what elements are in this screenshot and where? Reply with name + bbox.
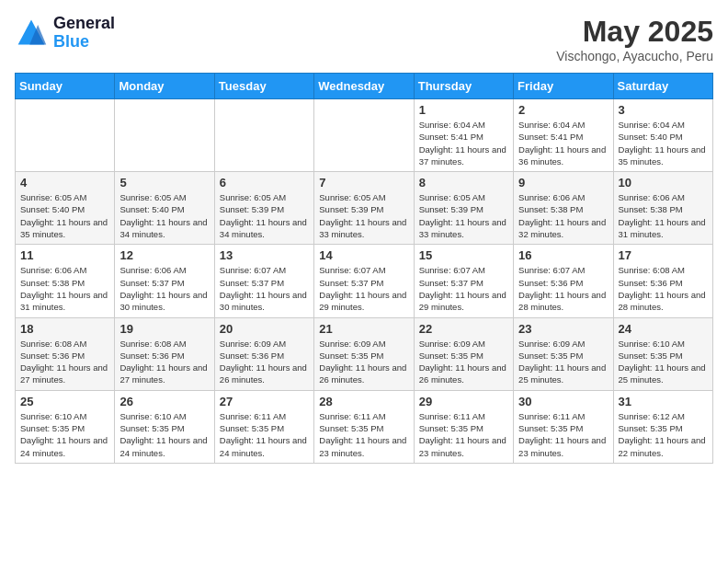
- calendar-cell: 11Sunrise: 6:06 AMSunset: 5:38 PMDayligh…: [16, 245, 115, 317]
- day-number: 7: [319, 176, 408, 190]
- calendar-week-row: 1Sunrise: 6:04 AMSunset: 5:41 PMDaylight…: [16, 99, 713, 172]
- day-number: 31: [619, 395, 708, 408]
- day-number: 3: [619, 103, 708, 117]
- day-info: Sunrise: 6:08 AMSunset: 5:36 PMDaylight:…: [119, 338, 209, 386]
- day-info: Sunrise: 6:04 AMSunset: 5:40 PMDaylight:…: [619, 119, 708, 167]
- calendar-header-friday: Friday: [514, 74, 613, 99]
- calendar-cell: 16Sunrise: 6:07 AMSunset: 5:36 PMDayligh…: [514, 245, 613, 317]
- day-number: 4: [20, 176, 109, 190]
- day-number: 25: [20, 395, 109, 408]
- calendar-cell: 19Sunrise: 6:08 AMSunset: 5:36 PMDayligh…: [115, 317, 214, 390]
- day-number: 6: [220, 176, 309, 190]
- calendar-cell: 28Sunrise: 6:11 AMSunset: 5:35 PMDayligh…: [314, 390, 414, 463]
- day-number: 17: [619, 248, 708, 262]
- day-info: Sunrise: 6:07 AMSunset: 5:37 PMDaylight:…: [319, 264, 408, 313]
- logo-icon: [15, 17, 48, 50]
- day-info: Sunrise: 6:09 AMSunset: 5:36 PMDaylight:…: [220, 338, 309, 386]
- calendar-cell: 29Sunrise: 6:11 AMSunset: 5:35 PMDayligh…: [414, 390, 513, 463]
- day-number: 11: [20, 248, 109, 262]
- day-info: Sunrise: 6:11 AMSunset: 5:35 PMDaylight:…: [419, 410, 508, 459]
- day-number: 8: [419, 176, 508, 190]
- calendar-cell: [115, 99, 214, 172]
- calendar-cell: 9Sunrise: 6:06 AMSunset: 5:38 PMDaylight…: [514, 172, 613, 245]
- calendar-cell: [16, 99, 115, 172]
- day-info: Sunrise: 6:06 AMSunset: 5:38 PMDaylight:…: [619, 191, 708, 240]
- day-number: 10: [619, 176, 708, 190]
- day-info: Sunrise: 6:08 AMSunset: 5:36 PMDaylight:…: [619, 264, 708, 313]
- day-number: 23: [518, 322, 608, 336]
- day-info: Sunrise: 6:05 AMSunset: 5:40 PMDaylight:…: [20, 191, 109, 240]
- calendar-cell: 15Sunrise: 6:07 AMSunset: 5:37 PMDayligh…: [414, 245, 513, 317]
- day-info: Sunrise: 6:09 AMSunset: 5:35 PMDaylight:…: [419, 338, 508, 386]
- day-number: 1: [419, 103, 508, 117]
- calendar-cell: 23Sunrise: 6:09 AMSunset: 5:35 PMDayligh…: [514, 317, 613, 390]
- calendar-header-thursday: Thursday: [414, 74, 513, 99]
- calendar-cell: 31Sunrise: 6:12 AMSunset: 5:35 PMDayligh…: [613, 390, 712, 463]
- day-info: Sunrise: 6:12 AMSunset: 5:35 PMDaylight:…: [619, 410, 708, 459]
- day-number: 16: [518, 248, 608, 262]
- calendar-cell: [214, 99, 313, 172]
- day-number: 5: [119, 176, 209, 190]
- calendar-cell: 25Sunrise: 6:10 AMSunset: 5:35 PMDayligh…: [16, 390, 115, 463]
- day-number: 13: [220, 248, 309, 262]
- day-info: Sunrise: 6:07 AMSunset: 5:37 PMDaylight:…: [220, 264, 309, 313]
- calendar-cell: 6Sunrise: 6:05 AMSunset: 5:39 PMDaylight…: [214, 172, 313, 245]
- day-info: Sunrise: 6:11 AMSunset: 5:35 PMDaylight:…: [220, 410, 309, 459]
- day-info: Sunrise: 6:11 AMSunset: 5:35 PMDaylight:…: [518, 410, 608, 459]
- page-header: GeneralBlue May 2025 Vischongo, Ayacucho…: [15, 15, 713, 63]
- calendar-cell: 13Sunrise: 6:07 AMSunset: 5:37 PMDayligh…: [214, 245, 313, 317]
- day-info: Sunrise: 6:05 AMSunset: 5:39 PMDaylight:…: [419, 191, 508, 240]
- day-info: Sunrise: 6:05 AMSunset: 5:39 PMDaylight:…: [220, 191, 309, 240]
- calendar-table: SundayMondayTuesdayWednesdayThursdayFrid…: [15, 73, 713, 464]
- calendar-cell: 24Sunrise: 6:10 AMSunset: 5:35 PMDayligh…: [613, 317, 712, 390]
- calendar-cell: 12Sunrise: 6:06 AMSunset: 5:37 PMDayligh…: [115, 245, 214, 317]
- day-number: 14: [319, 248, 408, 262]
- day-number: 21: [319, 322, 408, 336]
- title-block: May 2025 Vischongo, Ayacucho, Peru: [556, 15, 713, 63]
- day-number: 18: [20, 322, 109, 336]
- calendar-cell: 1Sunrise: 6:04 AMSunset: 5:41 PMDaylight…: [414, 99, 513, 172]
- day-info: Sunrise: 6:07 AMSunset: 5:37 PMDaylight:…: [419, 264, 508, 313]
- day-info: Sunrise: 6:10 AMSunset: 5:35 PMDaylight:…: [119, 410, 209, 459]
- calendar-header-saturday: Saturday: [613, 74, 712, 99]
- day-number: 15: [419, 248, 508, 262]
- calendar-cell: 17Sunrise: 6:08 AMSunset: 5:36 PMDayligh…: [613, 245, 712, 317]
- page-subtitle: Vischongo, Ayacucho, Peru: [556, 49, 713, 63]
- logo: GeneralBlue: [15, 15, 115, 52]
- calendar-cell: 22Sunrise: 6:09 AMSunset: 5:35 PMDayligh…: [414, 317, 513, 390]
- calendar-header-monday: Monday: [115, 74, 214, 99]
- calendar-header-row: SundayMondayTuesdayWednesdayThursdayFrid…: [16, 74, 713, 99]
- calendar-cell: 2Sunrise: 6:04 AMSunset: 5:41 PMDaylight…: [514, 99, 613, 172]
- calendar-cell: 30Sunrise: 6:11 AMSunset: 5:35 PMDayligh…: [514, 390, 613, 463]
- calendar-cell: 10Sunrise: 6:06 AMSunset: 5:38 PMDayligh…: [613, 172, 712, 245]
- day-info: Sunrise: 6:06 AMSunset: 5:38 PMDaylight:…: [20, 264, 109, 313]
- day-info: Sunrise: 6:09 AMSunset: 5:35 PMDaylight:…: [319, 338, 408, 386]
- calendar-cell: [314, 99, 414, 172]
- day-number: 30: [518, 395, 608, 408]
- calendar-week-row: 18Sunrise: 6:08 AMSunset: 5:36 PMDayligh…: [16, 317, 713, 390]
- calendar-cell: 7Sunrise: 6:05 AMSunset: 5:39 PMDaylight…: [314, 172, 414, 245]
- day-number: 26: [119, 395, 209, 408]
- day-number: 28: [319, 395, 408, 408]
- calendar-cell: 5Sunrise: 6:05 AMSunset: 5:40 PMDaylight…: [115, 172, 214, 245]
- calendar-cell: 20Sunrise: 6:09 AMSunset: 5:36 PMDayligh…: [214, 317, 313, 390]
- calendar-header-sunday: Sunday: [16, 74, 115, 99]
- calendar-cell: 18Sunrise: 6:08 AMSunset: 5:36 PMDayligh…: [16, 317, 115, 390]
- calendar-week-row: 25Sunrise: 6:10 AMSunset: 5:35 PMDayligh…: [16, 390, 713, 463]
- day-info: Sunrise: 6:11 AMSunset: 5:35 PMDaylight:…: [319, 410, 408, 459]
- calendar-cell: 3Sunrise: 6:04 AMSunset: 5:40 PMDaylight…: [613, 99, 712, 172]
- calendar-cell: 27Sunrise: 6:11 AMSunset: 5:35 PMDayligh…: [214, 390, 313, 463]
- day-number: 19: [119, 322, 209, 336]
- day-info: Sunrise: 6:10 AMSunset: 5:35 PMDaylight:…: [20, 410, 109, 459]
- day-number: 9: [518, 176, 608, 190]
- day-number: 29: [419, 395, 508, 408]
- logo-text: GeneralBlue: [53, 15, 115, 52]
- day-info: Sunrise: 6:04 AMSunset: 5:41 PMDaylight:…: [518, 119, 608, 167]
- day-info: Sunrise: 6:07 AMSunset: 5:36 PMDaylight:…: [518, 264, 608, 313]
- day-number: 2: [518, 103, 608, 117]
- calendar-week-row: 4Sunrise: 6:05 AMSunset: 5:40 PMDaylight…: [16, 172, 713, 245]
- day-info: Sunrise: 6:09 AMSunset: 5:35 PMDaylight:…: [518, 338, 608, 386]
- day-info: Sunrise: 6:04 AMSunset: 5:41 PMDaylight:…: [419, 119, 508, 167]
- calendar-header-wednesday: Wednesday: [314, 74, 414, 99]
- day-number: 20: [220, 322, 309, 336]
